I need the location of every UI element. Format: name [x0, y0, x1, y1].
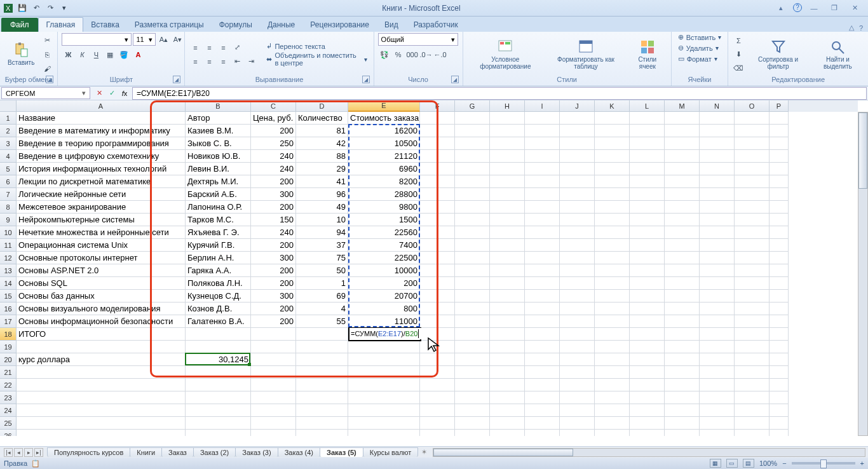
column-header[interactable]: J: [560, 100, 595, 112]
cell[interactable]: [525, 264, 560, 277]
column-header[interactable]: K: [595, 100, 630, 112]
cell[interactable]: 200: [348, 277, 420, 290]
cell[interactable]: 42: [296, 137, 348, 150]
cell[interactable]: [595, 277, 630, 290]
align-center-icon[interactable]: ≡: [203, 55, 215, 68]
cell[interactable]: [770, 277, 789, 290]
view-break-icon[interactable]: ▤: [743, 459, 754, 468]
cell[interactable]: [700, 201, 735, 214]
font-color-icon[interactable]: A: [132, 48, 144, 61]
qat-dropdown-icon[interactable]: ▾: [58, 3, 70, 14]
cell[interactable]: [525, 252, 560, 264]
cell[interactable]: [700, 315, 735, 328]
cell[interactable]: [525, 391, 560, 404]
cell[interactable]: 20700: [348, 290, 420, 302]
vertical-scrollbar[interactable]: [858, 112, 868, 436]
cell[interactable]: [186, 379, 251, 391]
find-select-button[interactable]: Найти и выделить: [811, 38, 864, 71]
cell[interactable]: 88: [296, 150, 348, 163]
row-header[interactable]: 4: [0, 150, 17, 163]
cell[interactable]: [665, 226, 700, 239]
bold-icon[interactable]: Ж: [62, 48, 74, 61]
cell[interactable]: [735, 315, 770, 328]
cell[interactable]: 150: [251, 214, 296, 226]
cell[interactable]: Дехтярь М.И.: [186, 175, 251, 188]
grow-font-icon[interactable]: A▴: [157, 33, 170, 46]
cell[interactable]: Берлин А.Н.: [186, 252, 251, 264]
cell[interactable]: [525, 112, 560, 125]
cell[interactable]: [700, 239, 735, 252]
cell[interactable]: [665, 353, 700, 366]
cell[interactable]: [560, 137, 595, 150]
cell[interactable]: [455, 341, 490, 353]
cell[interactable]: [455, 328, 490, 341]
sheet-tab[interactable]: Заказ (4): [278, 447, 320, 457]
column-header[interactable]: N: [700, 100, 735, 112]
cell[interactable]: [665, 366, 700, 379]
cell[interactable]: Полякова Л.Н.: [186, 277, 251, 290]
cell[interactable]: 200: [251, 125, 296, 137]
sheet-tab[interactable]: Заказ (2): [193, 447, 236, 457]
cell[interactable]: [630, 264, 665, 277]
row-header[interactable]: 24: [0, 404, 17, 417]
cell[interactable]: [525, 366, 560, 379]
cell[interactable]: [490, 163, 525, 175]
cell[interactable]: [560, 430, 595, 436]
cell[interactable]: [251, 366, 296, 379]
cell[interactable]: [770, 188, 789, 201]
cell[interactable]: [525, 125, 560, 137]
dec-decimal-icon[interactable]: ←.0: [434, 48, 447, 61]
cell[interactable]: [420, 137, 455, 150]
cell[interactable]: 200: [251, 315, 296, 328]
cell[interactable]: [455, 252, 490, 264]
cell[interactable]: [735, 417, 770, 430]
column-header[interactable]: A: [17, 100, 186, 112]
cell[interactable]: [420, 112, 455, 125]
inc-decimal-icon[interactable]: .0→: [420, 48, 433, 61]
cell[interactable]: [455, 239, 490, 252]
cell[interactable]: [595, 379, 630, 391]
cell[interactable]: [348, 430, 420, 436]
zoom-slider[interactable]: [792, 462, 855, 465]
zoom-level[interactable]: 100%: [759, 459, 777, 467]
cell[interactable]: [490, 379, 525, 391]
cell[interactable]: 240: [251, 226, 296, 239]
cell[interactable]: [630, 290, 665, 302]
cell[interactable]: [186, 366, 251, 379]
cell[interactable]: [735, 125, 770, 137]
cell[interactable]: [251, 353, 296, 366]
column-header[interactable]: G: [455, 100, 490, 112]
cell[interactable]: [490, 175, 525, 188]
sheet-nav-first-icon[interactable]: |◂: [4, 448, 13, 457]
cell[interactable]: Галатенко В.А.: [186, 315, 251, 328]
cell[interactable]: [560, 404, 595, 417]
cell[interactable]: [455, 315, 490, 328]
cell[interactable]: [770, 150, 789, 163]
cell[interactable]: Левин В.И.: [186, 163, 251, 175]
cell[interactable]: [630, 315, 665, 328]
cell[interactable]: 300: [251, 290, 296, 302]
number-dialog-icon[interactable]: ◢: [451, 76, 459, 83]
cell[interactable]: [490, 277, 525, 290]
cell[interactable]: 300: [251, 188, 296, 201]
cell[interactable]: [560, 341, 595, 353]
cell[interactable]: [490, 112, 525, 125]
cell[interactable]: [348, 417, 420, 430]
cell[interactable]: [348, 379, 420, 391]
cell[interactable]: Курячий Г.В.: [186, 239, 251, 252]
cell[interactable]: Основы SQL: [17, 277, 186, 290]
cell[interactable]: [525, 214, 560, 226]
cell[interactable]: [525, 404, 560, 417]
row-header[interactable]: 8: [0, 201, 17, 214]
sort-filter-button[interactable]: Сортировка и фильтр: [747, 38, 809, 71]
cell[interactable]: [455, 214, 490, 226]
column-header[interactable]: M: [665, 100, 700, 112]
cell[interactable]: [17, 391, 186, 404]
comma-icon[interactable]: 000: [406, 48, 419, 61]
cell[interactable]: [490, 226, 525, 239]
cell[interactable]: [525, 188, 560, 201]
cell[interactable]: [735, 239, 770, 252]
cell[interactable]: 49: [296, 201, 348, 214]
autosum-icon[interactable]: Σ: [732, 34, 745, 47]
cell[interactable]: Основы визуального моделирования: [17, 302, 186, 315]
